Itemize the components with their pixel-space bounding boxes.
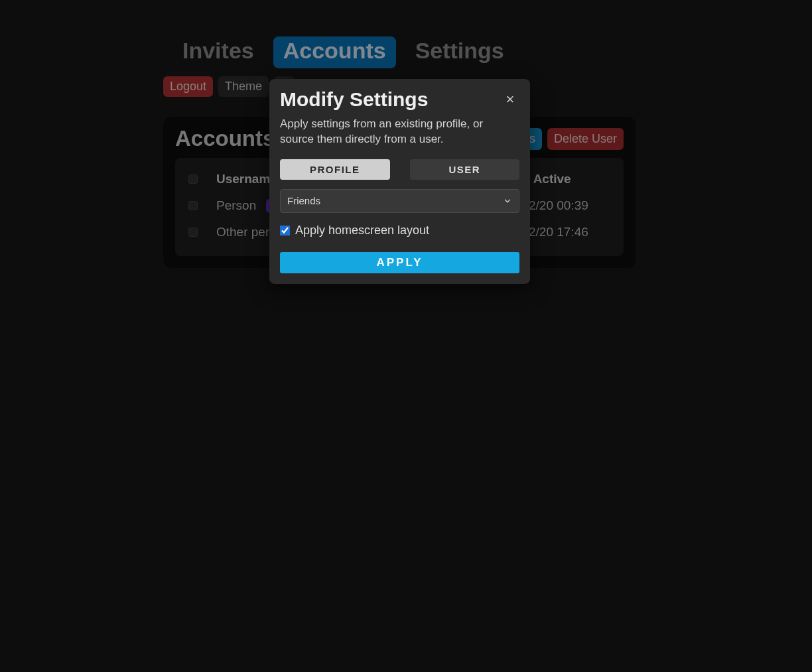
segment-profile[interactable]: PROFILE: [280, 159, 390, 180]
source-segmented-control: PROFILE USER: [280, 159, 519, 180]
chevron-down-icon: [503, 196, 512, 206]
segment-user[interactable]: USER: [410, 159, 520, 180]
profile-select[interactable]: Friends: [280, 189, 519, 213]
apply-homescreen-row[interactable]: Apply homescreen layout: [280, 224, 519, 237]
modify-settings-modal: Modify Settings × Apply settings from an…: [269, 79, 530, 284]
apply-homescreen-label: Apply homescreen layout: [295, 224, 429, 237]
modal-title: Modify Settings: [280, 88, 501, 110]
select-value: Friends: [287, 195, 503, 206]
modal-description: Apply settings from an existing profile,…: [280, 117, 519, 147]
apply-button[interactable]: APPLY: [280, 252, 519, 273]
apply-homescreen-checkbox[interactable]: [280, 226, 290, 235]
close-icon[interactable]: ×: [501, 91, 519, 108]
